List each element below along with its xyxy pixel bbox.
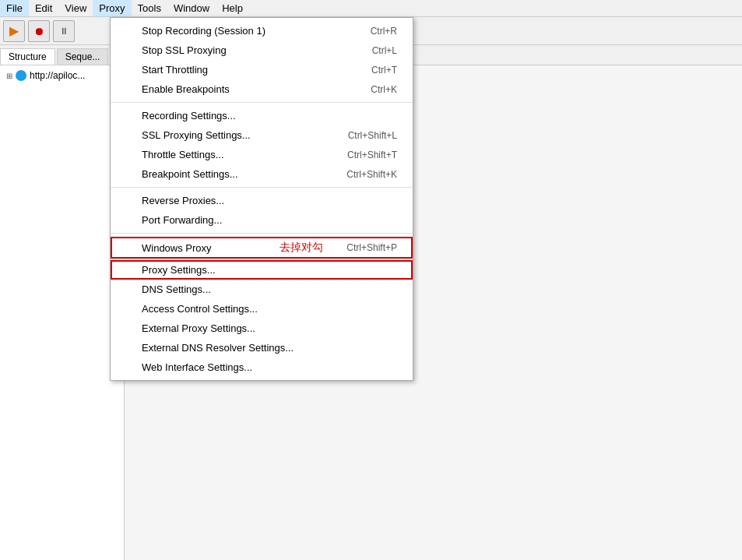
menu-start-throttle[interactable]: Start Throttling Ctrl+T [111,60,413,79]
port-forwarding-label: Port Forwarding... [142,214,374,226]
stop-ssl-shortcut: Ctrl+L [372,45,397,56]
start-throttle-label: Start Throttling [142,64,348,76]
menu-web-interface[interactable]: Web Interface Settings... [111,357,413,377]
throttle-settings-shortcut: Ctrl+Shift+T [347,150,397,160]
web-interface-label: Web Interface Settings... [142,361,374,373]
menu-enable-breakpoints[interactable]: Enable Breakpoints Ctrl+K [111,79,413,99]
tab-structure[interactable]: Structure [0,48,55,65]
toolbar-arrow-btn[interactable]: ▶ [3,20,25,42]
menu-help[interactable]: Help [216,0,249,16]
breakpoint-settings-label: Breakpoint Settings... [142,168,323,180]
separator-2 [111,187,413,188]
stop-recording-shortcut: Ctrl+R [371,26,397,37]
separator-3 [111,233,413,234]
menu-external-proxy[interactable]: External Proxy Settings... [111,319,413,338]
tree-item-label: http://apiloc... [30,70,85,81]
menu-windows-proxy[interactable]: Windows Proxy 去掉对勾 Ctrl+Shift+P [111,237,413,259]
windows-proxy-annotation: 去掉对勾 [280,241,323,255]
proxy-settings-label: Proxy Settings... [142,264,374,276]
access-control-label: Access Control Settings... [142,303,374,315]
globe-icon [16,70,26,81]
menu-file[interactable]: File [0,0,29,16]
ssl-settings-label: SSL Proxying Settings... [142,129,325,141]
recording-settings-label: Recording Settings... [142,110,374,122]
menu-external-dns[interactable]: External DNS Resolver Settings... [111,338,413,357]
menu-recording-settings[interactable]: Recording Settings... [111,106,413,125]
left-panel: ⊞ http://apiloc... [0,65,125,560]
menu-breakpoint-settings[interactable]: Breakpoint Settings... Ctrl+Shift+K [111,164,413,184]
proxy-dropdown-menu: Stop Recording (Session 1) Ctrl+R Stop S… [110,17,413,381]
menu-stop-ssl[interactable]: Stop SSL Proxying Ctrl+L [111,41,413,60]
menu-edit[interactable]: Edit [29,0,58,16]
throttle-settings-label: Throttle Settings... [142,149,324,160]
ssl-settings-shortcut: Ctrl+Shift+L [348,130,397,141]
start-throttle-shortcut: Ctrl+T [371,65,397,76]
enable-breakpoints-shortcut: Ctrl+K [371,84,397,95]
external-dns-label: External DNS Resolver Settings... [142,342,374,354]
menu-ssl-settings[interactable]: SSL Proxying Settings... Ctrl+Shift+L [111,125,413,145]
reverse-proxies-label: Reverse Proxies... [142,195,374,206]
toolbar-pause-btn[interactable]: ⏸ [53,20,75,42]
windows-proxy-label: Windows Proxy [142,242,273,254]
stop-recording-label: Stop Recording (Session 1) [142,25,347,37]
external-proxy-label: External Proxy Settings... [142,322,374,334]
menu-throttle-settings[interactable]: Throttle Settings... Ctrl+Shift+T [111,145,413,164]
menu-stop-recording[interactable]: Stop Recording (Session 1) Ctrl+R [111,21,413,41]
menu-dns-settings[interactable]: DNS Settings... [111,280,413,299]
separator-1 [111,102,413,103]
tree-item[interactable]: ⊞ http://apiloc... [3,69,121,83]
dns-settings-label: DNS Settings... [142,284,374,295]
menu-reverse-proxies[interactable]: Reverse Proxies... [111,191,413,210]
menubar: File Edit View Proxy Tools Window Help [0,0,742,17]
menu-port-forwarding[interactable]: Port Forwarding... [111,210,413,230]
menu-tools[interactable]: Tools [132,0,167,16]
stop-ssl-label: Stop SSL Proxying [142,44,349,56]
menu-proxy[interactable]: Proxy [93,0,131,16]
menu-access-control[interactable]: Access Control Settings... [111,299,413,319]
toolbar-record-btn[interactable]: ⏺ [28,20,50,42]
tab-sequence[interactable]: Seque... [57,48,109,65]
menu-window[interactable]: Window [167,0,216,16]
enable-breakpoints-label: Enable Breakpoints [142,83,347,95]
windows-proxy-shortcut: Ctrl+Shift+P [346,242,397,253]
breakpoint-settings-shortcut: Ctrl+Shift+K [346,169,397,180]
menu-proxy-settings[interactable]: Proxy Settings... [111,260,413,280]
menu-view[interactable]: View [58,0,93,16]
